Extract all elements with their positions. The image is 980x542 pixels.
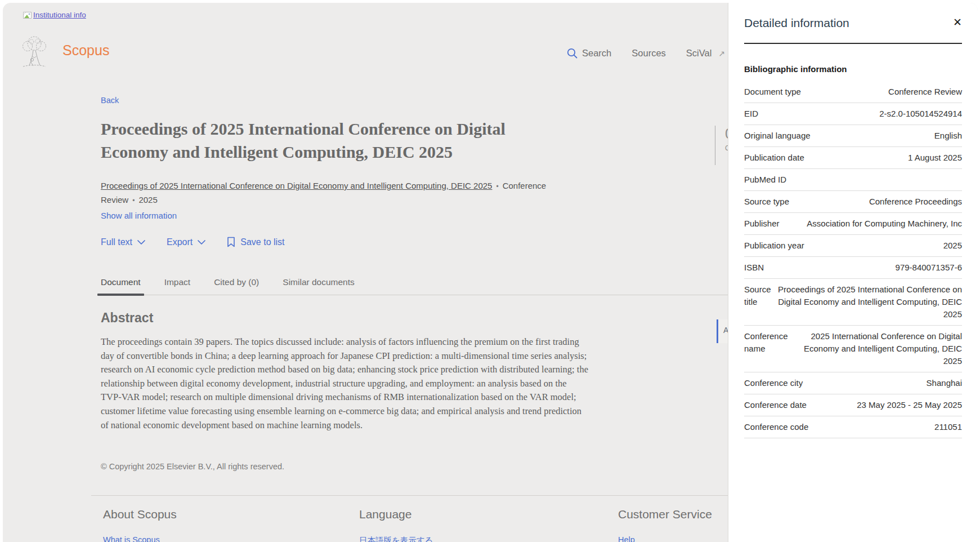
panel-title: Detailed information bbox=[744, 16, 849, 30]
panel-header: Detailed information ✕ bbox=[744, 3, 962, 30]
row-label: Conference code bbox=[744, 421, 808, 433]
row-pubmed-id: PubMed ID bbox=[744, 169, 962, 191]
row-label: Publication year bbox=[744, 239, 804, 252]
row-label: Conference name bbox=[744, 330, 780, 367]
footer-divider bbox=[91, 495, 733, 496]
row-label: ISBN bbox=[744, 261, 764, 274]
publication-year-label: 2025 bbox=[138, 195, 157, 205]
row-original-language: Original language English bbox=[744, 125, 962, 147]
row-value: 211051 bbox=[816, 421, 962, 433]
row-value: Conference Proceedings bbox=[797, 196, 962, 208]
bibliographic-section-heading: Bibliographic information bbox=[744, 64, 962, 74]
save-to-list-label: Save to list bbox=[240, 237, 284, 247]
row-document-type: Document type Conference Review bbox=[744, 81, 962, 103]
row-label: Document type bbox=[744, 86, 801, 98]
footer-about-heading: About Scopus bbox=[103, 508, 177, 521]
abstract-text: The proceedings contain 39 papers. The t… bbox=[101, 335, 589, 432]
full-text-label: Full text bbox=[101, 237, 132, 247]
row-label: Publication date bbox=[744, 152, 804, 164]
row-conference-code: Conference code 211051 bbox=[744, 416, 962, 438]
footer-language-column: Language 日本語版を表示する bbox=[359, 508, 433, 542]
app-window: Institutional info Scopus bbox=[3, 3, 978, 542]
tab-document[interactable]: Document bbox=[101, 277, 141, 287]
source-line: Proceedings of 2025 International Confer… bbox=[101, 179, 557, 207]
external-link-icon: ↗ bbox=[718, 49, 725, 58]
row-label: Original language bbox=[744, 130, 811, 142]
row-source-type: Source type Conference Proceedings bbox=[744, 191, 962, 213]
row-label: Conference city bbox=[744, 377, 803, 389]
row-publisher: Publisher Association for Computing Mach… bbox=[744, 213, 962, 235]
bookmark-icon bbox=[227, 237, 235, 247]
save-to-list-button[interactable]: Save to list bbox=[227, 237, 284, 247]
row-conference-date: Conference date 23 May 2025 - 25 May 202… bbox=[744, 394, 962, 416]
top-navigation: Search Sources SciVal ↗ bbox=[567, 48, 725, 59]
row-source-title: Source title Proceedings of 2025 Interna… bbox=[744, 279, 962, 326]
bullet-separator: • bbox=[128, 197, 138, 205]
row-value: 2025 International Conference on Digital… bbox=[787, 330, 962, 367]
footer-help-link[interactable]: Help bbox=[618, 535, 712, 542]
search-icon bbox=[567, 48, 578, 59]
row-label: EID bbox=[744, 108, 758, 120]
row-publication-year: Publication year 2025 bbox=[744, 235, 962, 257]
close-icon[interactable]: ✕ bbox=[953, 16, 962, 28]
institutional-info-label: Institutional info bbox=[33, 11, 86, 19]
nav-search-label: Search bbox=[582, 48, 611, 59]
detailed-information-panel: Detailed information ✕ Bibliographic inf… bbox=[728, 3, 978, 542]
row-conference-name: Conference name 2025 International Confe… bbox=[744, 326, 962, 372]
row-conference-city: Conference city Shanghai bbox=[744, 372, 962, 394]
row-value: Shanghai bbox=[811, 377, 962, 389]
row-value: 1 August 2025 bbox=[812, 152, 962, 164]
row-value: English bbox=[818, 130, 962, 142]
tab-similar-documents[interactable]: Similar documents bbox=[283, 277, 355, 287]
scopus-document-page: Institutional info Scopus bbox=[0, 0, 980, 542]
row-value: Proceedings of 2025 International Confer… bbox=[772, 283, 962, 321]
scopus-wordmark[interactable]: Scopus bbox=[62, 42, 109, 59]
row-value bbox=[794, 174, 962, 186]
chevron-down-icon bbox=[137, 240, 145, 245]
full-text-button[interactable]: Full text bbox=[101, 237, 145, 247]
show-all-information-link[interactable]: Show all information bbox=[101, 211, 177, 220]
footer-japanese-link[interactable]: 日本語版を表示する bbox=[359, 535, 433, 542]
nav-sources-label: Sources bbox=[632, 48, 666, 59]
row-label: Source type bbox=[744, 196, 789, 208]
back-link[interactable]: Back bbox=[101, 96, 119, 105]
source-title-link[interactable]: Proceedings of 2025 International Confer… bbox=[101, 181, 492, 190]
row-value: Association for Computing Machinery, Inc bbox=[787, 217, 962, 230]
row-value: 23 May 2025 - 25 May 2025 bbox=[815, 399, 962, 411]
row-label: Conference date bbox=[744, 399, 807, 411]
row-value: Conference Review bbox=[809, 86, 962, 98]
action-bar: Full text Export Save to list bbox=[101, 237, 285, 247]
chevron-down-icon bbox=[198, 240, 205, 245]
abstract-heading: Abstract bbox=[101, 310, 153, 326]
bibliographic-rows: Document type Conference Review EID 2-s2… bbox=[744, 81, 962, 438]
row-value: 979-840071357-6 bbox=[772, 261, 962, 274]
row-label: PubMed ID bbox=[744, 174, 786, 186]
export-label: Export bbox=[167, 237, 193, 247]
footer-customer-service-heading: Customer Service bbox=[618, 508, 712, 521]
copyright-notice: © Copyright 2025 Elsevier B.V., All righ… bbox=[101, 462, 284, 471]
broken-image-icon bbox=[23, 11, 32, 19]
export-button[interactable]: Export bbox=[167, 237, 205, 247]
tab-cited-by[interactable]: Cited by (0) bbox=[214, 277, 259, 287]
row-value: 2025 bbox=[812, 239, 962, 252]
nav-scival-label: SciVal bbox=[686, 48, 712, 59]
document-title: Proceedings of 2025 International Confer… bbox=[101, 117, 545, 163]
footer-customer-service-column: Customer Service Help bbox=[618, 508, 712, 542]
row-label: Publisher bbox=[744, 217, 780, 230]
panel-title-divider bbox=[744, 43, 962, 44]
row-label: Source title bbox=[744, 283, 764, 321]
nav-search[interactable]: Search bbox=[567, 48, 611, 59]
footer-about-column: About Scopus What is Scopus bbox=[103, 508, 177, 542]
row-eid: EID 2-s2.0-105014524914 bbox=[744, 103, 962, 125]
elsevier-tree-logo[interactable] bbox=[19, 35, 50, 69]
row-isbn: ISBN 979-840071357-6 bbox=[744, 257, 962, 279]
footer-language-heading: Language bbox=[359, 508, 433, 521]
institutional-info-link[interactable]: Institutional info bbox=[23, 11, 86, 19]
row-value: 2-s2.0-105014524914 bbox=[766, 108, 962, 120]
document-tabs: Document Impact Cited by (0) Similar doc… bbox=[101, 277, 733, 295]
row-publication-date: Publication date 1 August 2025 bbox=[744, 147, 962, 169]
tab-impact[interactable]: Impact bbox=[164, 277, 191, 287]
nav-scival[interactable]: SciVal ↗ bbox=[686, 48, 725, 59]
nav-sources[interactable]: Sources bbox=[632, 48, 666, 59]
footer-what-is-scopus-link[interactable]: What is Scopus bbox=[103, 535, 177, 542]
